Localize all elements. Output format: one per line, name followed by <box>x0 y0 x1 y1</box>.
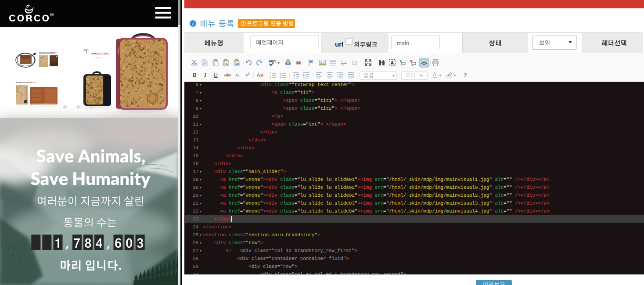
svg-text:B: B <box>193 72 197 78</box>
svg-text:?: ? <box>464 72 467 79</box>
svg-text:I: I <box>204 72 207 78</box>
svg-text:A: A <box>226 62 228 66</box>
svg-text:A: A <box>341 59 343 62</box>
svg-text:x2: x2 <box>245 72 250 77</box>
svg-text:Ω: Ω <box>352 59 357 66</box>
svg-text:abc: abc <box>224 72 231 77</box>
svg-text:?: ? <box>242 22 244 26</box>
svg-text:url: url <box>335 40 343 48</box>
svg-text:U: U <box>214 72 218 78</box>
svg-text:A: A <box>391 60 394 65</box>
svg-text:W: W <box>236 62 239 66</box>
svg-text:x2: x2 <box>235 72 240 78</box>
svg-text:ABC: ABC <box>269 59 276 63</box>
svg-text:A: A <box>433 72 436 78</box>
svg-text:3: 3 <box>270 76 271 79</box>
svg-text:A: A <box>257 72 260 78</box>
svg-text:<>: <> <box>421 61 427 66</box>
svg-text:main: main <box>397 40 409 47</box>
